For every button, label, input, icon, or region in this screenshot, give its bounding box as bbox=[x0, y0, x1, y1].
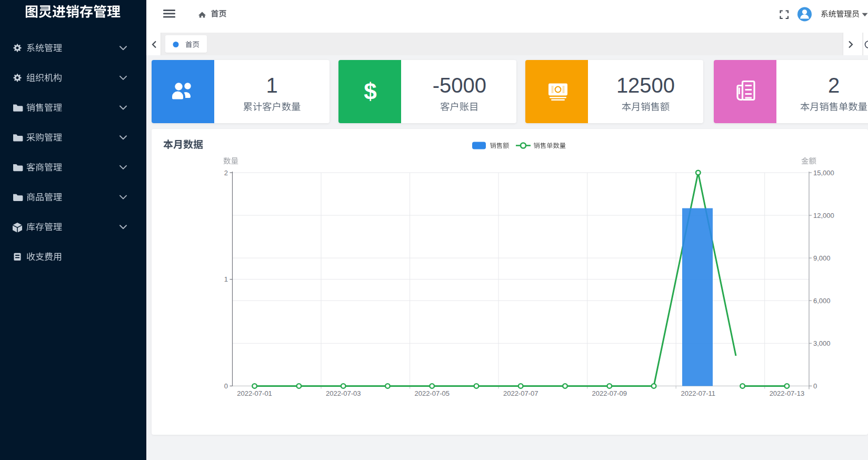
svg-text:2022-07-01: 2022-07-01 bbox=[237, 389, 272, 397]
svg-text:2022-07-03: 2022-07-03 bbox=[326, 389, 361, 397]
svg-text:2: 2 bbox=[224, 169, 228, 177]
svg-text:12500: 12500 bbox=[616, 74, 675, 97]
svg-text:1: 1 bbox=[266, 74, 277, 97]
svg-text:0: 0 bbox=[224, 382, 228, 390]
svg-text:0: 0 bbox=[813, 382, 817, 390]
svg-text:1: 1 bbox=[224, 275, 228, 283]
svg-text:$: $ bbox=[364, 78, 376, 104]
svg-text:2022-07-05: 2022-07-05 bbox=[414, 389, 450, 397]
svg-text:15,000: 15,000 bbox=[813, 169, 834, 177]
svg-text:3,000: 3,000 bbox=[813, 339, 831, 347]
svg-text:2022-07-09: 2022-07-09 bbox=[592, 389, 627, 397]
svg-text:2022-07-11: 2022-07-11 bbox=[681, 389, 716, 397]
svg-text:12,000: 12,000 bbox=[813, 212, 834, 219]
svg-text:6,000: 6,000 bbox=[813, 297, 831, 305]
svg-text:-5000: -5000 bbox=[433, 74, 486, 97]
svg-text:2022-07-13: 2022-07-13 bbox=[770, 389, 805, 397]
svg-text:2: 2 bbox=[828, 74, 840, 97]
svg-text:2022-07-07: 2022-07-07 bbox=[503, 389, 538, 397]
svg-text:9,000: 9,000 bbox=[813, 254, 831, 262]
